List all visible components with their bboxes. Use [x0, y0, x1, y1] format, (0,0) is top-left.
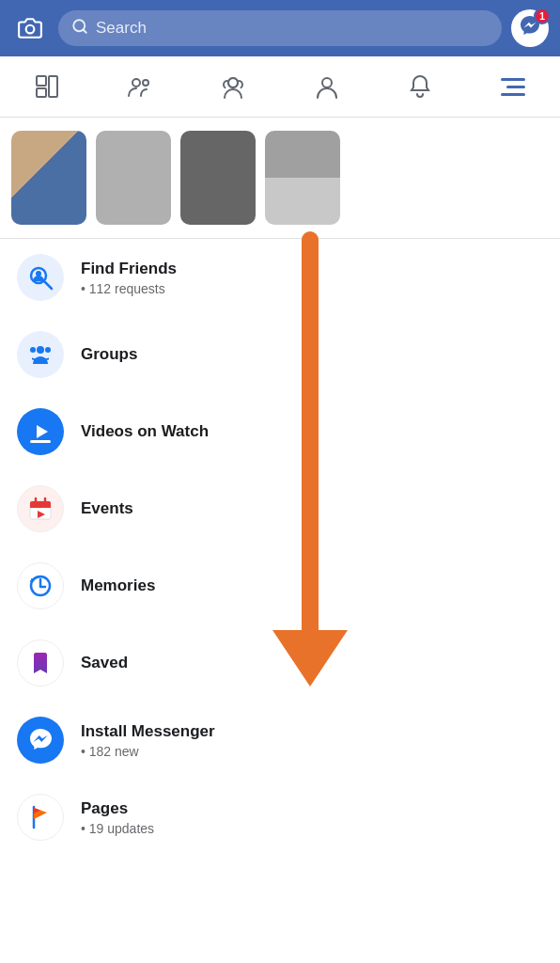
- svg-line-12: [45, 282, 53, 290]
- videos-title: Videos on Watch: [81, 421, 543, 442]
- story-item[interactable]: [96, 131, 171, 225]
- menu-item-find-friends[interactable]: Find Friends • 112 requests: [0, 239, 560, 316]
- svg-point-0: [26, 25, 35, 34]
- svg-point-16: [30, 347, 36, 353]
- find-friends-text: Find Friends • 112 requests: [81, 259, 543, 296]
- svg-point-9: [228, 78, 238, 87]
- svg-line-2: [83, 29, 86, 32]
- saved-title: Saved: [81, 653, 543, 673]
- menu-item-memories[interactable]: Memories: [0, 547, 560, 624]
- install-messenger-icon: [17, 717, 64, 764]
- search-bar[interactable]: Search: [58, 10, 502, 46]
- nav-groups-icon: [220, 73, 246, 100]
- menu-item-saved[interactable]: Saved: [0, 624, 560, 702]
- install-messenger-subtitle: • 182 new: [81, 744, 543, 759]
- profile-icon: [314, 73, 340, 100]
- stories-row: [0, 118, 560, 239]
- svg-point-10: [322, 78, 332, 87]
- nav-groups[interactable]: [210, 66, 257, 107]
- events-text: Events: [81, 498, 543, 519]
- nav-news-feed[interactable]: [23, 66, 70, 107]
- find-friends-title: Find Friends: [81, 259, 543, 279]
- pages-icon: [17, 794, 64, 841]
- groups-title: Groups: [81, 344, 543, 365]
- pages-subtitle: • 19 updates: [81, 821, 543, 836]
- groups-text: Groups: [81, 344, 543, 365]
- menu-item-events[interactable]: Events: [0, 470, 560, 547]
- events-icon: [17, 485, 64, 532]
- videos-text: Videos on Watch: [81, 421, 543, 442]
- memories-text: Memories: [81, 576, 543, 596]
- friends-icon: [127, 73, 153, 100]
- search-icon: [71, 18, 88, 39]
- news-feed-icon: [34, 73, 60, 100]
- memories-icon: [17, 562, 64, 609]
- find-friends-icon: [17, 254, 64, 301]
- svg-marker-17: [37, 425, 48, 438]
- install-messenger-text: Install Messenger • 182 new: [81, 721, 543, 759]
- pages-text: Pages • 19 updates: [81, 798, 543, 836]
- svg-rect-21: [30, 505, 51, 508]
- story-item[interactable]: [11, 131, 86, 225]
- groups-icon: [17, 331, 64, 378]
- navigation-bar: [0, 56, 560, 118]
- story-item[interactable]: [265, 131, 340, 225]
- videos-icon: [17, 408, 64, 455]
- svg-rect-18: [30, 440, 51, 443]
- hamburger-icon: [501, 78, 525, 96]
- menu-list: Find Friends • 112 requests Groups: [0, 239, 560, 856]
- messenger-badge: 1: [534, 8, 551, 24]
- menu-item-videos-on-watch[interactable]: Videos on Watch: [0, 393, 560, 470]
- svg-point-7: [143, 80, 148, 86]
- saved-icon: [17, 639, 64, 687]
- events-title: Events: [81, 498, 543, 519]
- svg-rect-4: [37, 88, 46, 97]
- svg-rect-5: [49, 76, 57, 97]
- pages-title: Pages: [81, 798, 543, 819]
- memories-title: Memories: [81, 576, 543, 596]
- search-placeholder-text: Search: [96, 19, 147, 38]
- menu-item-groups[interactable]: Groups: [0, 316, 560, 393]
- app-header: Search 1: [0, 0, 560, 56]
- nav-notifications[interactable]: [397, 66, 443, 107]
- story-item[interactable]: [180, 131, 256, 225]
- svg-point-15: [45, 347, 51, 353]
- nav-profile[interactable]: [303, 66, 350, 107]
- menu-item-pages[interactable]: Pages • 19 updates: [0, 779, 560, 856]
- notifications-icon: [407, 73, 433, 100]
- svg-rect-3: [37, 76, 46, 86]
- messenger-button[interactable]: 1: [511, 9, 549, 47]
- svg-point-6: [132, 79, 140, 87]
- camera-icon[interactable]: [11, 9, 49, 47]
- nav-friends[interactable]: [117, 66, 163, 107]
- saved-text: Saved: [81, 653, 543, 673]
- svg-point-14: [37, 346, 44, 354]
- find-friends-subtitle: • 112 requests: [81, 281, 543, 296]
- nav-more-menu[interactable]: [490, 66, 537, 107]
- install-messenger-title: Install Messenger: [81, 721, 543, 742]
- menu-item-install-messenger[interactable]: Install Messenger • 182 new: [0, 702, 560, 779]
